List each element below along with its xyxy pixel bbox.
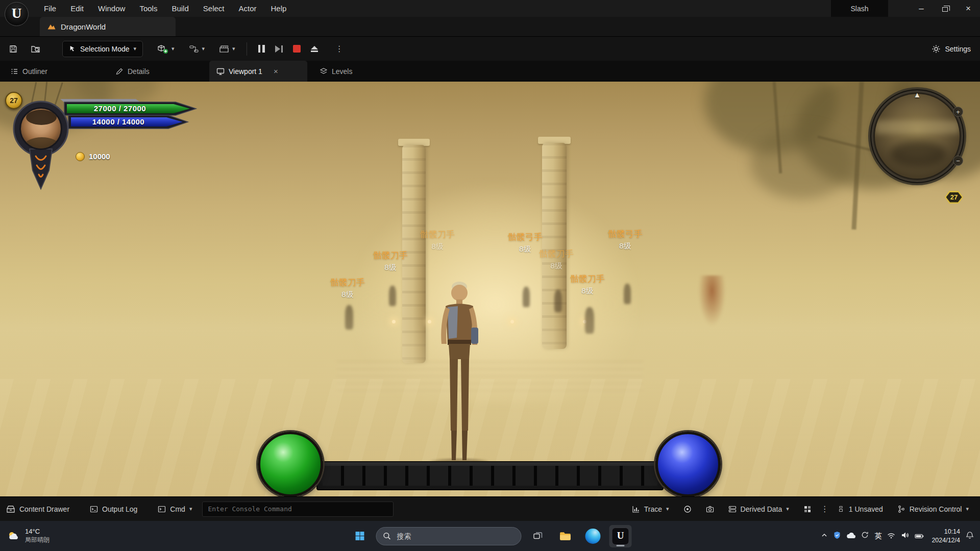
save-button[interactable] (4, 40, 22, 58)
save-badge-icon (837, 505, 845, 513)
console-command-input[interactable] (202, 502, 394, 517)
content-drawer-button[interactable]: Content Drawer (0, 497, 76, 521)
file-explorer-button[interactable] (554, 525, 577, 547)
derived-data-dropdown[interactable]: Derived Data ▾ (722, 505, 795, 513)
tab-outliner[interactable]: Outliner (3, 61, 55, 82)
sync-icon[interactable] (861, 531, 869, 541)
menu-tools[interactable]: Tools (132, 0, 164, 17)
tab-details[interactable]: Details (108, 61, 157, 82)
weather-desc: 局部晴朗 (25, 536, 50, 544)
insights-button[interactable] (677, 505, 698, 513)
selection-mode-label: Selection Mode (80, 45, 130, 53)
save-icon (9, 44, 18, 54)
player-character (423, 277, 496, 469)
browse-content-button[interactable] (27, 40, 45, 58)
screenshot-button[interactable] (700, 505, 720, 513)
minimap-zoom-in-button[interactable]: + (953, 107, 963, 117)
security-shield-icon[interactable] (834, 531, 841, 541)
unreal-app-button[interactable]: U (609, 525, 632, 547)
frame-skip-button[interactable] (275, 45, 283, 53)
unsaved-button[interactable]: 1 Unsaved (831, 505, 889, 513)
selection-mode-dropdown[interactable]: Selection Mode ▾ (62, 41, 143, 57)
volume-icon[interactable] (901, 532, 909, 541)
tab-dragonworld[interactable]: DragonWorld (40, 17, 176, 36)
taskbar-search[interactable] (376, 527, 522, 545)
settings-dropdown[interactable]: Settings (932, 44, 980, 54)
action-slot-bar[interactable] (316, 461, 664, 490)
menu-items: File Edit Window Tools Build Select Acto… (37, 0, 293, 17)
cinematics-dropdown[interactable]: ▾ (219, 44, 235, 54)
edge-button[interactable] (582, 525, 604, 547)
resource-monitor-button[interactable] (797, 505, 818, 513)
output-log-icon (90, 505, 98, 513)
chevron-down-icon: ▾ (202, 45, 205, 52)
ime-indicator[interactable]: 英 (874, 532, 881, 541)
status-more-menu[interactable]: ⋮ (821, 504, 829, 514)
health-bar-value: 27000 / 27000 (65, 102, 175, 115)
stop-button[interactable] (293, 45, 301, 53)
restore-icon (942, 7, 948, 12)
minimap-zoom-out-button[interactable]: − (953, 156, 963, 166)
search-input[interactable] (376, 527, 522, 545)
player-portrait[interactable] (19, 107, 62, 150)
cloud-icon[interactable] (846, 532, 855, 541)
add-actor-dropdown[interactable]: ▾ (157, 44, 175, 54)
camera-icon (706, 505, 714, 513)
play-options-menu[interactable]: ⋮ (335, 44, 344, 54)
eject-icon (311, 46, 318, 49)
chevron-down-icon: ▾ (966, 506, 969, 512)
game-viewport[interactable]: 骷髅刀手8级 骷髅刀手8级 骷髅刀手8级 骷髅弓手8级 骷髅刀手8级 骷髅弓手8… (0, 82, 980, 496)
compass-north-icon: ▲ (914, 90, 921, 99)
window-controls: – × (910, 0, 980, 17)
menu-select[interactable]: Select (196, 0, 232, 17)
wifi-icon[interactable] (887, 532, 895, 541)
menu-actor[interactable]: Actor (231, 0, 263, 17)
taskbar-center: U (349, 525, 632, 547)
pause-button[interactable] (258, 45, 265, 53)
menu-build[interactable]: Build (164, 0, 195, 17)
cmd-icon (158, 505, 166, 513)
blueprints-dropdown[interactable]: ▾ (189, 44, 205, 54)
add-actor-icon (157, 44, 168, 54)
unreal-editor-window: U File Edit Window Tools Build Select Ac… (0, 0, 980, 551)
enemy-nameplate: 骷髅弓手8级 (508, 231, 543, 254)
minimize-button[interactable]: – (910, 0, 933, 17)
minimap-map (875, 94, 960, 179)
task-view-button[interactable] (527, 525, 549, 547)
cmd-dropdown[interactable]: Cmd ▾ (152, 497, 198, 521)
close-button[interactable]: × (957, 0, 980, 17)
close-tab-button[interactable]: × (274, 67, 278, 76)
weather-widget[interactable]: 14°C 局部晴朗 (0, 528, 57, 544)
eject-button[interactable] (311, 46, 318, 52)
tab-viewport-1[interactable]: Viewport 1 × (209, 61, 307, 82)
notification-bell-icon[interactable] (966, 531, 974, 541)
taskbar-clock[interactable]: 10:14 2024/12/4 (932, 528, 960, 545)
menu-edit[interactable]: Edit (63, 0, 91, 17)
menu-window[interactable]: Window (91, 0, 132, 17)
insights-icon (683, 505, 692, 513)
revision-control-dropdown[interactable]: Revision Control ▾ (891, 505, 975, 513)
status-bar-right: Trace ▾ Derived Data ▾ ⋮ 1 Unsaved (626, 504, 980, 514)
content-drawer-icon (6, 505, 15, 513)
folder-search-icon (31, 44, 41, 54)
start-button[interactable] (349, 525, 371, 547)
restore-button[interactable] (933, 0, 957, 17)
enemy-nameplate: 骷髅弓手8级 (608, 228, 643, 251)
cinematics-icon (219, 44, 229, 54)
trace-dropdown[interactable]: Trace ▾ (626, 505, 675, 513)
output-log-button[interactable]: Output Log (84, 497, 143, 521)
trace-icon (632, 505, 640, 513)
enemy-nameplate: 骷髅刀手8级 (420, 229, 455, 252)
unreal-logo[interactable]: U (5, 2, 29, 26)
search-icon (383, 532, 391, 542)
battery-icon[interactable] (915, 532, 924, 541)
enemy-nameplate: 骷髅刀手8级 (570, 273, 605, 296)
menu-file[interactable]: File (37, 0, 63, 17)
tab-levels[interactable]: Levels (312, 61, 359, 82)
edge-icon (585, 529, 601, 544)
tray-expand-button[interactable] (821, 532, 828, 541)
asset-tab-label: DragonWorld (61, 22, 106, 31)
task-view-icon (533, 531, 543, 541)
minimap[interactable]: ▲ + − (870, 89, 964, 183)
menu-help[interactable]: Help (264, 0, 294, 17)
